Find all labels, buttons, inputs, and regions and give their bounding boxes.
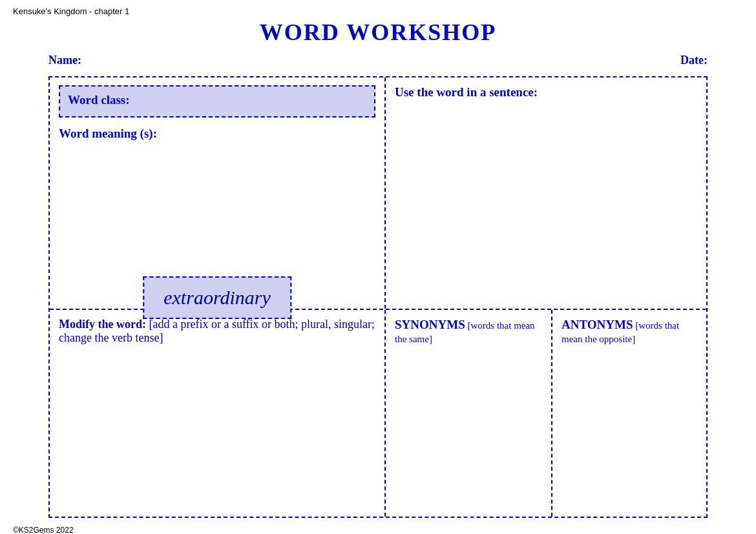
word-class-label: Word class: <box>68 93 130 107</box>
modify-label: Modify the word: [add a prefix or a suff… <box>59 318 375 345</box>
main-title: WORD WORKSHOP <box>13 19 743 46</box>
top-bar: Kensuke's Kingdom - chapter 1 <box>13 6 743 16</box>
left-panel: Word class: Word meaning (s): extraordin… <box>50 77 386 309</box>
word-meaning-label: Word meaning (s): <box>59 127 375 141</box>
modify-label-bold: Modify the word: <box>59 318 146 331</box>
antonyms-label: ANTONYMS [words that mean the opposite] <box>562 318 697 345</box>
use-sentence-label: Use the word in a sentence: <box>395 85 697 99</box>
top-section: Word class: Word meaning (s): extraordin… <box>50 77 706 310</box>
bottom-section: Modify the word: [add a prefix or a suff… <box>50 310 706 517</box>
synonyms-label: SYNONYMS [words that mean the same] <box>395 318 542 345</box>
footer: ©KS2Gems 2022 <box>13 526 743 534</box>
synonyms-panel: SYNONYMS [words that mean the same] <box>386 310 552 517</box>
name-label: Name: <box>48 54 81 67</box>
word-bubble: extraordinary <box>143 276 291 319</box>
name-date-row: Name: Date: <box>48 54 708 67</box>
worksheet-container: Word class: Word meaning (s): extraordin… <box>48 76 708 518</box>
right-panel: Use the word in a sentence: <box>386 77 706 309</box>
modify-panel: Modify the word: [add a prefix or a suff… <box>50 310 386 517</box>
book-title: Kensuke's Kingdom - chapter 1 <box>13 6 129 16</box>
word-class-box: Word class: <box>59 85 375 118</box>
synonyms-main: SYNONYMS <box>395 318 465 331</box>
date-label: Date: <box>680 54 708 67</box>
copyright: ©KS2Gems 2022 <box>13 526 74 534</box>
antonyms-main: ANTONYMS <box>562 318 633 331</box>
antonyms-panel: ANTONYMS [words that mean the opposite] <box>552 310 706 517</box>
